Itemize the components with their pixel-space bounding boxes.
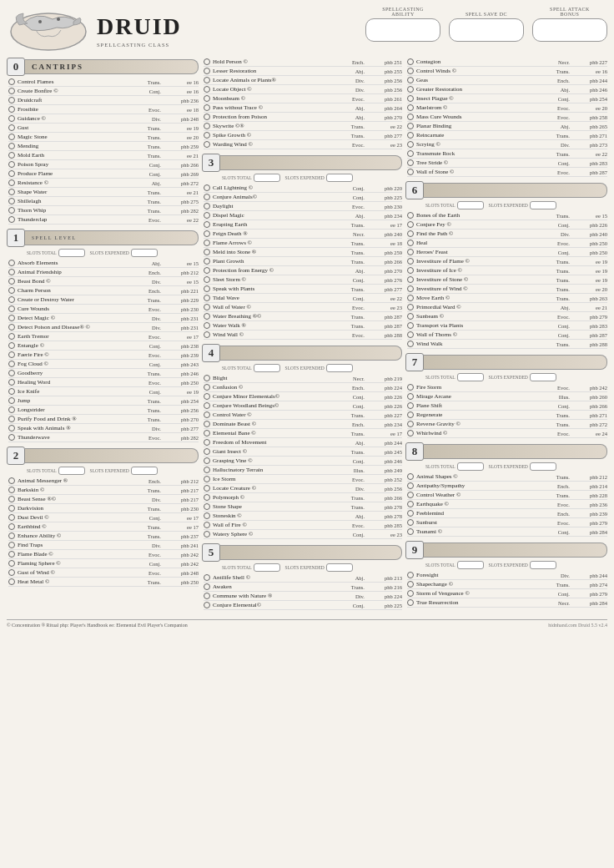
spell-prepared-circle[interactable] [8, 361, 15, 367]
spell-prepared-circle[interactable] [204, 331, 210, 338]
spell-row[interactable]: DaylightEvoc.phb 230 [204, 202, 402, 211]
spell-prepared-circle[interactable] [8, 388, 15, 395]
spell-row[interactable]: Mold EarthTrans.ee 21 [8, 151, 199, 160]
spell-row[interactable]: Mirage ArcaneIllus.phb 260 [407, 392, 607, 401]
spell-row[interactable]: ThunderwaveEvoc.phb 282 [8, 433, 199, 442]
spell-row[interactable]: Sunbeam ©Evoc.phb 279 [407, 312, 607, 321]
spell-row[interactable]: Investiture of Wind ©Trans.ee 20 [407, 285, 607, 294]
spell-row[interactable]: Tree Stride ©Conj.phb 283 [407, 159, 607, 168]
spell-row[interactable]: Resistance ©Abj.phb 272 [8, 179, 199, 188]
spell-row[interactable]: Entangle ©Conj.phb 238 [8, 341, 199, 351]
spell-row[interactable]: Earth TremorEvoc.ee 17 [8, 332, 199, 341]
spell-prepared-circle[interactable] [407, 68, 414, 74]
spell-row[interactable]: Commune with Nature ®Div.phb 224 [204, 592, 402, 601]
spell-row[interactable]: Skywrite ©®Trans.ee 22 [204, 122, 402, 131]
spell-prepared-circle[interactable] [407, 510, 414, 517]
spell-prepared-circle[interactable] [204, 402, 210, 409]
spell-row[interactable]: Fog Cloud ©Conj.phb 243 [8, 360, 199, 369]
spell-prepared-circle[interactable] [407, 581, 414, 588]
spell-row[interactable]: Polymorph ©Trans.phb 266 [204, 493, 402, 502]
level5-slots-total-box[interactable] [254, 563, 280, 572]
spell-row[interactable]: Purify Food and Drink ®Trans.phb 270 [8, 415, 199, 424]
spell-prepared-circle[interactable] [407, 393, 414, 400]
spell-row[interactable]: True ResurrectionNecr.phb 284 [407, 598, 607, 608]
level5-slots-expended-box[interactable] [326, 563, 353, 572]
spell-row[interactable]: Reverse Gravity ©Trans.phb 272 [407, 420, 607, 429]
level3-slots-expended-box[interactable] [326, 174, 353, 182]
spell-prepared-circle[interactable] [204, 593, 210, 599]
level2-slots-expended-box[interactable] [131, 467, 158, 475]
spell-prepared-circle[interactable] [407, 212, 414, 219]
spell-prepared-circle[interactable] [204, 411, 210, 418]
spell-prepared-circle[interactable] [204, 240, 210, 246]
spell-row[interactable]: Druidcraftphb 236 [8, 96, 199, 105]
spell-row[interactable]: Poison SprayConj.phb 266 [8, 160, 199, 169]
spell-prepared-circle[interactable] [8, 505, 15, 512]
spell-prepared-circle[interactable] [8, 434, 15, 441]
spell-prepared-circle[interactable] [8, 551, 15, 558]
spell-prepared-circle[interactable] [204, 114, 210, 120]
spell-row[interactable]: Heroes' FeastConj.phb 250 [407, 248, 607, 257]
spell-row[interactable]: AwakenTrans.phb 216 [204, 583, 402, 592]
spell-prepared-circle[interactable] [204, 476, 210, 482]
spell-prepared-circle[interactable] [8, 305, 15, 312]
spell-row[interactable]: Guidance ©Div.phb 248 [8, 114, 199, 124]
spell-row[interactable]: Control Winds ©Trans.ee 16 [407, 67, 607, 76]
spell-row[interactable]: Produce FlameConj.phb 269 [8, 169, 199, 179]
spell-prepared-circle[interactable] [8, 88, 15, 94]
spell-row[interactable]: Watery Sphere ©Conj.ee 23 [204, 530, 402, 539]
spell-prepared-circle[interactable] [8, 189, 15, 195]
spell-row[interactable]: Stoneskin ©Abj.phb 278 [204, 512, 402, 521]
spell-prepared-circle[interactable] [407, 58, 414, 65]
spell-row[interactable]: Thorn WhipTrans.phb 282 [8, 206, 199, 215]
spell-row[interactable]: Detect Poison and Disease® ©Div.phb 231 [8, 323, 199, 332]
spell-prepared-circle[interactable] [204, 393, 210, 400]
spell-row[interactable]: Storm of Vengeance ©Conj.phb 279 [407, 589, 607, 598]
spell-row[interactable]: Animal Messenger ®Ench.phb 212 [8, 477, 199, 486]
spell-prepared-circle[interactable] [8, 207, 15, 214]
spell-prepared-circle[interactable] [204, 203, 210, 209]
spell-row[interactable]: Beast Sense ®©Div.phb 217 [8, 495, 199, 504]
spell-prepared-circle[interactable] [407, 599, 414, 606]
spell-row[interactable]: Investiture of Ice ©Trans.ee 19 [407, 266, 607, 275]
spell-prepared-circle[interactable] [204, 602, 210, 608]
spell-row[interactable]: Dominate Beast ©Ench.phb 234 [204, 420, 402, 429]
spell-row[interactable]: Conjure Woodland Beings©Conj.phb 226 [204, 401, 402, 411]
level9-slots-expended-box[interactable] [530, 561, 556, 569]
spell-row[interactable]: Shapechange ©Trans.phb 274 [407, 580, 607, 589]
spell-prepared-circle[interactable] [204, 212, 210, 219]
spell-row[interactable]: Detect Magic ©Div.phb 231 [8, 314, 199, 323]
spell-row[interactable]: HealEvoc.phb 250 [407, 239, 607, 248]
spell-prepared-circle[interactable] [204, 583, 210, 590]
spell-row[interactable]: Elemental Bane ©Trans.ee 17 [204, 429, 402, 438]
spell-row[interactable]: Giant Insect ©Trans.phb 245 [204, 447, 402, 457]
spell-prepared-circle[interactable] [8, 78, 15, 85]
spell-prepared-circle[interactable] [407, 267, 414, 274]
spell-prepared-circle[interactable] [407, 430, 414, 437]
spell-prepared-circle[interactable] [8, 351, 15, 358]
spell-prepared-circle[interactable] [204, 467, 210, 473]
spell-row[interactable]: Earthquake ©Evoc.phb 236 [407, 500, 607, 509]
spell-prepared-circle[interactable] [8, 496, 15, 502]
spell-prepared-circle[interactable] [204, 531, 210, 537]
spell-prepared-circle[interactable] [407, 295, 414, 301]
spell-row[interactable]: Healing WordEvoc.phb 250 [8, 378, 199, 387]
spell-row[interactable]: Warding Wind ©Evoc.ee 23 [204, 140, 402, 149]
spell-prepared-circle[interactable] [407, 411, 414, 418]
spell-prepared-circle[interactable] [407, 86, 414, 93]
spell-row[interactable]: GoodberryTrans.phb 246 [8, 369, 199, 378]
spell-prepared-circle[interactable] [204, 194, 210, 200]
spell-prepared-circle[interactable] [8, 106, 15, 113]
spell-prepared-circle[interactable] [407, 304, 414, 310]
spell-prepared-circle[interactable] [204, 104, 210, 111]
spell-row[interactable]: Protection from Energy ©Abj.phb 270 [204, 266, 402, 275]
spell-prepared-circle[interactable] [204, 457, 210, 464]
spell-row[interactable]: Dust Devil ©Conj.ee 17 [8, 513, 199, 522]
spell-row[interactable]: Locate Object ©Div.phb 256 [204, 85, 402, 94]
spell-row[interactable]: Plant GrowthTrans.phb 266 [204, 257, 402, 266]
spell-row[interactable]: Ice StormEvoc.phb 252 [204, 475, 402, 484]
spell-row[interactable]: Primordial Ward ©Abj.ee 21 [407, 303, 607, 312]
spell-prepared-circle[interactable] [204, 485, 210, 492]
spell-prepared-circle[interactable] [407, 95, 414, 102]
spell-prepared-circle[interactable] [407, 230, 414, 237]
